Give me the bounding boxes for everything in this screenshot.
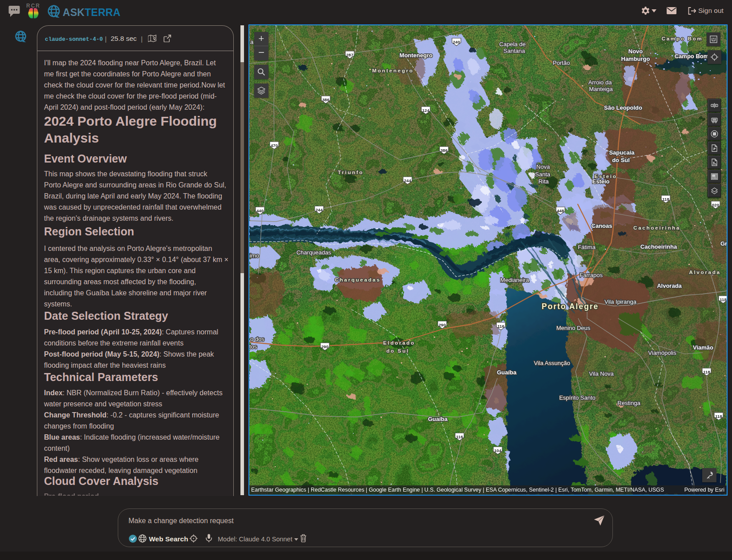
svg-text:118: 118 xyxy=(720,297,726,302)
svg-text:244: 244 xyxy=(316,207,323,212)
svg-text:Viamópolis: Viamópolis xyxy=(648,350,676,356)
svg-text:Charqueadas: Charqueadas xyxy=(335,277,380,283)
svg-text:Guaíba: Guaíba xyxy=(497,369,517,376)
svg-text:Arroio da: Arroio da xyxy=(588,79,612,86)
svg-text:Sapucaia: Sapucaia xyxy=(609,149,635,156)
svg-text:Medianeira: Medianeira xyxy=(500,277,529,283)
svg-text:Menino Deus: Menino Deus xyxy=(556,325,591,331)
svg-text:Alvorada: Alvorada xyxy=(689,269,720,275)
svg-text:Novo: Novo xyxy=(628,48,643,55)
svg-text:116: 116 xyxy=(456,434,463,439)
svg-text:Triunfo: Triunfo xyxy=(338,169,364,175)
svg-text:tos: tos xyxy=(249,343,257,350)
svg-text:290: 290 xyxy=(321,344,328,349)
svg-text:Canoas: Canoas xyxy=(592,222,612,229)
svg-text:Farrapos: Farrapos xyxy=(580,272,603,278)
svg-text:287: 287 xyxy=(346,52,353,57)
svg-text:470: 470 xyxy=(271,143,278,148)
svg-text:Guaíba: Guaíba xyxy=(428,416,448,422)
svg-text:Santana: Santana xyxy=(504,48,525,54)
svg-text:Alvorada: Alvorada xyxy=(657,282,682,289)
svg-text:Portão: Portão xyxy=(553,60,570,66)
svg-text:Campo Bom: Campo Bom xyxy=(675,53,709,60)
svg-text:020: 020 xyxy=(712,203,719,207)
svg-text:Montenegro: Montenegro xyxy=(372,68,414,74)
svg-text:Hamburgo: Hamburgo xyxy=(621,56,650,62)
svg-text:124: 124 xyxy=(422,108,430,113)
svg-text:386: 386 xyxy=(322,97,329,102)
svg-text:Rita: Rita xyxy=(538,178,549,185)
svg-text:104: 104 xyxy=(494,448,502,453)
svg-text:Porto Alegre: Porto Alegre xyxy=(542,302,599,311)
svg-text:116: 116 xyxy=(497,324,504,329)
svg-text:118: 118 xyxy=(703,369,710,374)
svg-text:do Sul: do Sul xyxy=(386,348,409,354)
svg-text:Cachoeirinha: Cachoeirinha xyxy=(633,225,680,231)
svg-text:440: 440 xyxy=(256,208,264,213)
svg-text:Vila Nova: Vila Nova xyxy=(589,370,614,377)
svg-text:Campo Bom: Campo Bom xyxy=(662,36,703,42)
svg-text:Esteio: Esteio xyxy=(592,178,609,185)
svg-text:Espírito Santo: Espírito Santo xyxy=(559,394,596,401)
svg-text:São Leopoldo: São Leopoldo xyxy=(604,104,642,111)
svg-text:118: 118 xyxy=(662,197,669,202)
svg-text:Gravataí: Gravataí xyxy=(720,240,727,247)
svg-text:386: 386 xyxy=(440,148,448,153)
svg-text:Montenegro: Montenegro xyxy=(400,52,432,59)
svg-text:Restinga: Restinga xyxy=(617,400,640,406)
svg-text:do Sul: do Sul xyxy=(612,157,630,163)
svg-text:244: 244 xyxy=(404,178,412,183)
svg-text:Capela de: Capela de xyxy=(499,41,525,48)
svg-text:Fátima: Fátima xyxy=(578,244,596,250)
svg-text:Vila Ipiranga: Vila Ipiranga xyxy=(604,298,637,305)
svg-text:Charqueadas: Charqueadas xyxy=(296,249,332,256)
svg-text:o dos: o dos xyxy=(250,336,264,342)
svg-text:Santa: Santa xyxy=(535,171,551,178)
svg-text:Viamão: Viamão xyxy=(693,344,713,351)
svg-text:118: 118 xyxy=(715,414,722,419)
svg-text:240: 240 xyxy=(453,40,460,44)
svg-text:Manteiga: Manteiga xyxy=(589,86,613,92)
svg-text:Cachoeirinha: Cachoeirinha xyxy=(640,243,677,250)
svg-text:Nova: Nova xyxy=(536,163,550,170)
svg-text:São Jerônimo: São Jerônimo xyxy=(249,252,259,259)
svg-text:Eldorado: Eldorado xyxy=(383,340,415,346)
svg-text:290: 290 xyxy=(439,322,446,327)
svg-text:Vila Assunção: Vila Assunção xyxy=(534,360,570,366)
svg-text:448: 448 xyxy=(557,208,564,213)
